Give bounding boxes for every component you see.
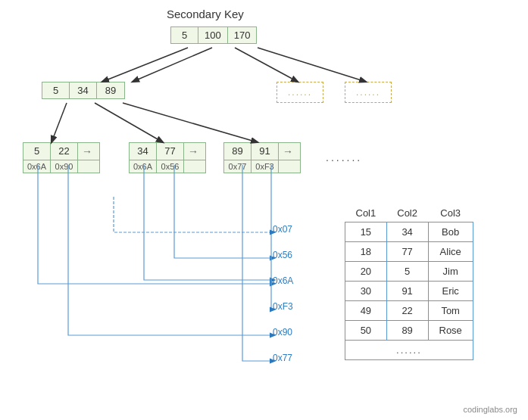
- svg-line-2: [235, 48, 298, 82]
- row5-col2: 89: [386, 321, 428, 341]
- dashed-label-0: ......: [288, 87, 312, 98]
- leaf-0-top-1: 22: [51, 143, 78, 160]
- leaf-2-addr-0: 0x77: [224, 160, 252, 173]
- row0-col2: 34: [386, 222, 428, 242]
- table-row: 20 5 Jim: [345, 262, 473, 282]
- leaf-0-top-0: 5: [23, 143, 51, 160]
- addr-label-5: 0x77: [273, 353, 292, 363]
- row0-col1: 15: [345, 222, 387, 242]
- addr-label-3: 0xF3: [273, 301, 293, 312]
- row1-col2: 77: [386, 242, 428, 262]
- leaf-1-top-1: 77: [157, 143, 184, 160]
- addr-label-2: 0x6A: [273, 275, 293, 286]
- l2-0-cell-1: 34: [70, 82, 97, 98]
- row4-col2: 22: [386, 301, 428, 321]
- row4-col3: Tom: [428, 301, 473, 321]
- table-footer-row: ......: [345, 341, 473, 360]
- row4-col1: 49: [345, 301, 387, 321]
- table-row: 15 34 Bob: [345, 222, 473, 242]
- leaf-1-top: 34 77 →: [130, 143, 205, 160]
- root-cell-1: 100: [198, 27, 228, 43]
- leaf-1-top-0: 34: [130, 143, 157, 160]
- leaf-2-arrow: →: [279, 143, 297, 160]
- leaf-2-top-1: 91: [252, 143, 279, 160]
- svg-line-5: [95, 103, 163, 142]
- svg-line-0: [102, 48, 188, 82]
- row2-col2: 5: [386, 262, 428, 282]
- table-row: 49 22 Tom: [345, 301, 473, 321]
- row1-col3: Alice: [428, 242, 473, 262]
- leaf-0-top: 5 22 →: [23, 143, 99, 160]
- row3-col2: 91: [386, 282, 428, 301]
- svg-line-6: [123, 103, 258, 142]
- leaf-node-0: 5 22 → 0x6A 0x90: [23, 142, 100, 173]
- svg-line-1: [133, 48, 212, 82]
- table-footer-dots: ......: [345, 341, 473, 360]
- level2-node-0: 5 34 89: [42, 82, 125, 99]
- addr-label-1: 0x56: [273, 250, 292, 260]
- main-container: Secondary Key 5 100 170 5 34 89 ...... .…: [0, 0, 528, 420]
- leaf-node-2: 89 91 → 0x77 0xF3: [223, 142, 301, 173]
- addr-label-0: 0x07: [273, 224, 292, 235]
- row2-col3: Jim: [428, 262, 473, 282]
- col1-header: Col1: [345, 204, 387, 222]
- root-cell-2: 170: [228, 27, 257, 43]
- row1-col1: 18: [345, 242, 387, 262]
- leaf-0-bottom: 0x6A 0x90: [23, 160, 99, 173]
- root-node: 5 100 170: [170, 26, 257, 44]
- row5-col1: 50: [345, 321, 387, 341]
- leaf-0-addr-0: 0x6A: [23, 160, 51, 173]
- table-row: 50 89 Rose: [345, 321, 473, 341]
- l2-0-cell-2: 89: [97, 82, 124, 98]
- col3-header: Col3: [428, 204, 473, 222]
- footer-text: codinglabs.org: [463, 405, 517, 414]
- root-cell-0: 5: [171, 27, 198, 43]
- leaf-2-top: 89 91 →: [224, 143, 300, 160]
- dashed-box-1: ......: [345, 82, 392, 103]
- row3-col1: 30: [345, 282, 387, 301]
- leaf-0-addr-1: 0x90: [51, 160, 78, 173]
- leaf-1-bottom: 0x6A 0x56: [130, 160, 205, 173]
- row3-col3: Eric: [428, 282, 473, 301]
- leaf-node-1: 34 77 → 0x6A 0x56: [129, 142, 206, 173]
- svg-line-4: [52, 103, 67, 142]
- row2-col1: 20: [345, 262, 387, 282]
- l2-0-cell-0: 5: [42, 82, 70, 98]
- leaf-2-top-0: 89: [224, 143, 252, 160]
- row5-col3: Rose: [428, 321, 473, 341]
- dashed-label-1: ......: [356, 87, 380, 98]
- leaf-1-addr-1: 0x56: [157, 160, 184, 173]
- leaf-1-arrow: →: [184, 143, 202, 160]
- row0-col3: Bob: [428, 222, 473, 242]
- table-row: 18 77 Alice: [345, 242, 473, 262]
- leaf-1-addr-0: 0x6A: [130, 160, 157, 173]
- dashed-box-0: ......: [276, 82, 323, 103]
- leaf-2-bottom: 0x77 0xF3: [224, 160, 300, 173]
- data-table: Col1 Col2 Col3 15 34 Bob 18 77 Alice 20 …: [345, 204, 473, 360]
- leaf-0-arrow: →: [78, 143, 96, 160]
- svg-line-3: [258, 48, 366, 82]
- col2-header: Col2: [386, 204, 428, 222]
- page-title: Secondary Key: [167, 8, 244, 20]
- table-row: 30 91 Eric: [345, 282, 473, 301]
- addr-label-4: 0x90: [273, 327, 292, 338]
- leaf-2-addr-1: 0xF3: [252, 160, 279, 173]
- middle-dots: .......: [326, 151, 362, 163]
